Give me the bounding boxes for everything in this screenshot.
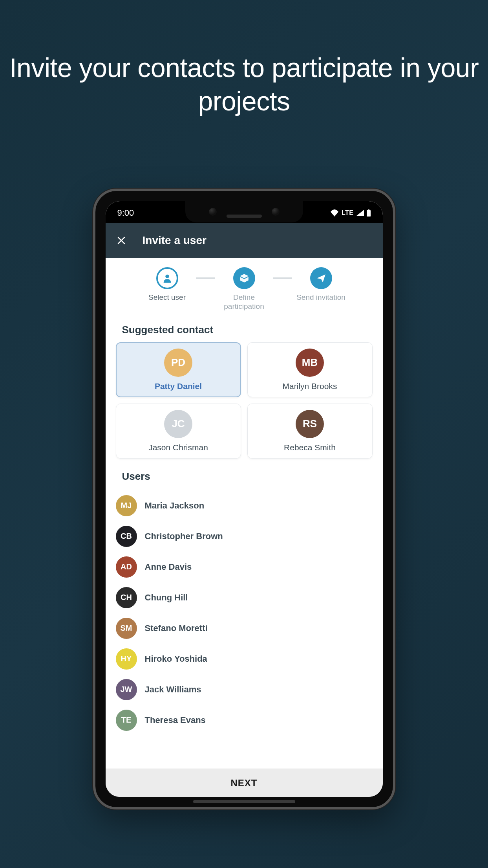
user-list-item[interactable]: TETheresa Evans xyxy=(116,705,373,736)
user-list-item[interactable]: SMStefano Moretti xyxy=(116,613,373,644)
user-name: Hiroko Yoshida xyxy=(145,654,207,664)
user-name: Anne Davis xyxy=(145,562,192,572)
user-list-item[interactable]: MJMaria Jackson xyxy=(116,490,373,521)
contact-name: Marilyn Brooks xyxy=(283,382,337,391)
step-send-invitation[interactable]: Send invitation xyxy=(292,267,350,302)
step-label: Define participation xyxy=(215,293,273,311)
avatar: PD xyxy=(164,349,192,377)
suggested-contact-card[interactable]: MBMarilyn Brooks xyxy=(247,342,373,397)
avatar: RS xyxy=(296,410,324,438)
svg-rect-0 xyxy=(368,209,369,210)
status-time: 9:00 xyxy=(117,208,134,218)
close-button[interactable] xyxy=(116,235,127,246)
cube-icon xyxy=(239,273,249,283)
svg-rect-1 xyxy=(367,210,371,217)
wifi-icon xyxy=(330,209,339,217)
suggested-contact-card[interactable]: RSRebeca Smith xyxy=(247,404,373,459)
screen-content: Select user Define participation xyxy=(106,258,383,769)
avatar: AD xyxy=(116,556,137,578)
user-list-item[interactable]: ADAnne Davis xyxy=(116,552,373,582)
avatar: JC xyxy=(164,410,192,438)
power-button xyxy=(393,435,395,494)
avatar: JW xyxy=(116,679,137,700)
user-name: Chung Hill xyxy=(145,593,188,603)
avatar: CB xyxy=(116,526,137,547)
avatar: TE xyxy=(116,710,137,731)
promo-headline: Invite your contacts to participate in y… xyxy=(0,0,488,118)
next-button[interactable]: NEXT xyxy=(106,769,383,797)
avatar: MJ xyxy=(116,495,137,516)
user-list-item[interactable]: JWJack Williams xyxy=(116,674,373,705)
send-icon xyxy=(316,273,326,283)
network-label: LTE xyxy=(342,209,354,217)
home-indicator xyxy=(193,800,295,803)
step-define-participation[interactable]: Define participation xyxy=(215,267,273,311)
user-name: Jack Williams xyxy=(145,684,201,695)
signal-icon xyxy=(356,210,364,216)
user-name: Maria Jackson xyxy=(145,501,205,511)
avatar: SM xyxy=(116,618,137,639)
appbar-title: Invite a user xyxy=(143,234,207,247)
user-icon xyxy=(162,273,173,284)
close-icon xyxy=(117,236,126,245)
suggested-contact-title: Suggested contact xyxy=(106,315,383,342)
suggested-contact-card[interactable]: JCJason Chrisman xyxy=(116,404,241,459)
phone-notch xyxy=(185,201,303,222)
suggested-contact-card[interactable]: PDPatty Daniel xyxy=(116,342,241,397)
battery-icon xyxy=(366,209,371,217)
user-list-item[interactable]: CBChristopher Brown xyxy=(116,521,373,552)
user-name: Theresa Evans xyxy=(145,715,206,725)
step-connector xyxy=(273,277,292,279)
step-label: Select user xyxy=(148,293,186,302)
users-title: Users xyxy=(106,459,383,489)
phone-frame: 9:00 LTE Invite a user xyxy=(93,189,395,809)
user-name: Stefano Moretti xyxy=(145,623,208,633)
stepper: Select user Define participation xyxy=(106,258,383,315)
contact-name: Patty Daniel xyxy=(155,382,202,391)
svg-point-2 xyxy=(165,275,169,278)
user-list-item[interactable]: HYHiroko Yoshida xyxy=(116,644,373,674)
contact-name: Rebeca Smith xyxy=(284,443,336,452)
step-label: Send invitation xyxy=(296,293,345,302)
app-bar: Invite a user xyxy=(106,223,383,258)
step-select-user[interactable]: Select user xyxy=(138,267,196,302)
user-list-item[interactable]: CHChung Hill xyxy=(116,582,373,613)
next-button-label: NEXT xyxy=(230,778,257,789)
avatar: HY xyxy=(116,648,137,670)
step-connector xyxy=(196,277,215,279)
avatar: MB xyxy=(296,349,324,377)
contact-name: Jason Chrisman xyxy=(148,443,208,452)
user-name: Christopher Brown xyxy=(145,531,223,541)
avatar: CH xyxy=(116,587,137,608)
